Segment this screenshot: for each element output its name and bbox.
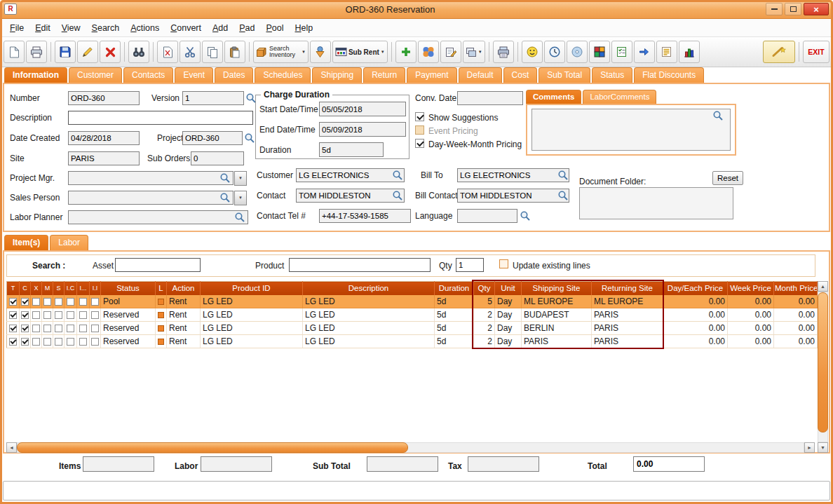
row-checkbox[interactable] xyxy=(21,311,29,319)
col-header-week-price[interactable]: Week Price xyxy=(728,282,774,295)
print-button[interactable] xyxy=(26,41,47,63)
find-button[interactable] xyxy=(128,41,149,63)
bill-contact-field[interactable] xyxy=(457,189,569,203)
table-row[interactable]: Reserved Rent LG LED LG LED 5d 2 Day BER… xyxy=(7,322,818,335)
language-field[interactable] xyxy=(457,209,517,223)
labor-planner-field[interactable] xyxy=(68,210,248,224)
col-header-ii[interactable]: I.I xyxy=(90,282,101,295)
col-header-c[interactable]: C xyxy=(20,282,31,295)
row-checkbox[interactable] xyxy=(79,325,87,332)
tab-return[interactable]: Return xyxy=(363,67,405,83)
bill-to-search-icon[interactable] xyxy=(557,170,569,181)
tab-default[interactable]: Default xyxy=(459,67,502,83)
reset-button[interactable]: Reset xyxy=(712,171,743,185)
project-mgr-search-icon[interactable] xyxy=(219,172,231,184)
row-checkbox[interactable] xyxy=(67,338,74,346)
menu-search[interactable]: Search xyxy=(86,19,126,37)
row-checkbox[interactable] xyxy=(55,325,62,332)
search-inventory-button[interactable]: Search Inventory ▼ xyxy=(253,41,309,63)
col-header-unit[interactable]: Unit xyxy=(495,282,522,295)
col-header-day-each-price[interactable]: Day/Each Price xyxy=(663,282,728,295)
row-checkbox[interactable] xyxy=(55,311,62,319)
row-checkbox[interactable] xyxy=(55,298,62,306)
qty-input[interactable] xyxy=(456,258,484,272)
tab-dates[interactable]: Dates xyxy=(215,67,253,83)
menu-edit[interactable]: Edit xyxy=(29,19,56,37)
tab-customer[interactable]: Customer xyxy=(69,67,122,83)
add-line-button[interactable] xyxy=(395,41,416,63)
project-search-icon[interactable] xyxy=(244,132,255,144)
contact-search-icon[interactable] xyxy=(392,190,403,201)
menu-help[interactable]: Help xyxy=(290,19,319,37)
duplicate-button[interactable]: ▼ xyxy=(463,41,485,63)
menu-convert[interactable]: Convert xyxy=(165,19,207,37)
maximize-button[interactable] xyxy=(785,3,801,15)
media-button[interactable] xyxy=(567,41,588,63)
scroll-down-icon[interactable]: ▼ xyxy=(818,442,828,453)
col-header-idots[interactable]: I... xyxy=(77,282,90,295)
contact-field[interactable] xyxy=(296,189,405,203)
event-pricing-checkbox[interactable] xyxy=(415,125,424,135)
items-total-field[interactable] xyxy=(83,456,154,472)
sub-total-field[interactable] xyxy=(367,456,438,472)
project-mgr-field[interactable] xyxy=(68,171,233,185)
row-checkbox[interactable] xyxy=(9,325,17,332)
tab-flat-discounts[interactable]: Flat Discounts xyxy=(634,67,704,83)
sub-rent-button[interactable]: Sub Rent ▼ xyxy=(332,41,388,63)
customer-field[interactable] xyxy=(296,168,405,182)
tab-labor[interactable]: Labor xyxy=(50,235,88,250)
product-input[interactable] xyxy=(289,258,431,272)
labor-total-field[interactable] xyxy=(201,456,272,472)
col-header-returning-site[interactable]: Returning Site xyxy=(592,282,663,295)
row-checkbox[interactable] xyxy=(32,325,40,332)
col-header-duration[interactable]: Duration xyxy=(435,282,474,295)
duration-field[interactable] xyxy=(319,142,384,157)
tab-comments[interactable]: Comments xyxy=(526,90,581,104)
grand-total-field[interactable] xyxy=(633,456,705,472)
col-header-status[interactable]: Status xyxy=(101,282,156,295)
row-checkbox[interactable] xyxy=(79,298,87,306)
customer-service-button[interactable] xyxy=(522,41,543,63)
cut-line-button[interactable] xyxy=(157,41,178,63)
customer-search-icon[interactable] xyxy=(392,170,403,181)
delete-button[interactable] xyxy=(100,41,121,63)
exit-button[interactable]: EXIT xyxy=(803,41,829,63)
col-header-x[interactable]: X xyxy=(31,282,42,295)
bill-to-field[interactable] xyxy=(457,168,569,182)
minimize-button[interactable] xyxy=(766,3,783,15)
menu-view[interactable]: View xyxy=(56,19,86,37)
row-checkbox[interactable] xyxy=(21,298,29,306)
row-checkbox[interactable] xyxy=(91,325,99,332)
row-checkbox[interactable] xyxy=(79,311,87,319)
cut-button[interactable] xyxy=(180,41,201,63)
quick-edit-button[interactable] xyxy=(763,41,795,63)
row-checkbox[interactable] xyxy=(91,298,99,306)
new-document-button[interactable] xyxy=(4,41,25,63)
vertical-scroll-thumb[interactable] xyxy=(818,292,828,433)
row-checkbox[interactable] xyxy=(43,311,51,319)
col-header-product-id[interactable]: Product ID xyxy=(201,282,303,295)
row-checkbox[interactable] xyxy=(32,338,40,346)
row-checkbox[interactable] xyxy=(9,338,17,346)
comments-textarea[interactable] xyxy=(531,109,731,151)
description-field[interactable] xyxy=(68,111,253,125)
asset-input[interactable] xyxy=(115,258,201,272)
table-row[interactable]: Reserved Rent LG LED LG LED 5d 2 Day PAR… xyxy=(7,335,818,348)
row-checkbox[interactable] xyxy=(79,338,87,346)
date-created-field[interactable] xyxy=(68,131,140,145)
edit-button[interactable] xyxy=(77,41,98,63)
menu-pad[interactable]: Pad xyxy=(233,19,260,37)
col-header-l[interactable]: L xyxy=(156,282,167,295)
tab-sub-total[interactable]: Sub Total xyxy=(539,67,590,83)
labor-planner-search-icon[interactable] xyxy=(234,212,245,223)
tab-items[interactable]: Item(s) xyxy=(4,235,48,250)
show-suggestions-checkbox[interactable] xyxy=(415,112,424,121)
row-checkbox[interactable] xyxy=(9,298,17,306)
col-header-month-price[interactable]: Month Price xyxy=(774,282,818,295)
site-field[interactable] xyxy=(68,151,140,165)
document-folder-box[interactable] xyxy=(579,187,733,219)
menu-add[interactable]: Add xyxy=(207,19,233,37)
menu-actions[interactable]: Actions xyxy=(125,19,165,37)
filter-button[interactable] xyxy=(310,41,331,63)
row-checkbox[interactable] xyxy=(21,325,29,332)
